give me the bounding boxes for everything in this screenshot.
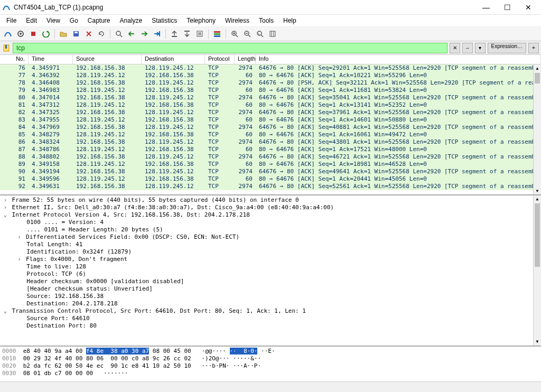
close-file-icon[interactable] bbox=[83, 28, 95, 40]
packet-row[interactable]: 814.347312128.119.245.12192.168.156.38TC… bbox=[0, 101, 541, 109]
detail-line[interactable]: [Header checksum status: Unverified] bbox=[2, 285, 539, 293]
col-header-length[interactable]: Length bbox=[235, 55, 256, 64]
scroll-thumb[interactable] bbox=[535, 203, 540, 267]
go-forward-icon[interactable] bbox=[138, 28, 150, 40]
detail-line[interactable]: Header checksum: 0x0000 [validation disa… bbox=[2, 278, 539, 285]
col-header-no[interactable]: No. bbox=[0, 55, 29, 64]
packet-row[interactable]: 884.348802192.168.156.38128.119.245.12TC… bbox=[0, 153, 541, 161]
menu-file[interactable]: File bbox=[2, 16, 21, 25]
filter-expression-button[interactable]: Expression… bbox=[488, 43, 526, 53]
packet-row[interactable]: 874.348786128.119.245.12192.168.156.38TC… bbox=[0, 146, 541, 153]
packet-row[interactable]: 854.348279128.119.245.12192.168.156.38TC… bbox=[0, 131, 541, 138]
detail-line[interactable]: › Differentiated Services Field: 0x00 (D… bbox=[2, 234, 539, 241]
packet-row[interactable]: 824.347325192.168.156.38128.119.245.12TC… bbox=[0, 109, 541, 116]
detail-line[interactable]: › Flags: 0x4000, Don't fragment bbox=[2, 256, 539, 263]
col-header-time[interactable]: Time bbox=[29, 55, 73, 64]
auto-scroll-icon[interactable] bbox=[194, 28, 206, 40]
menu-telephony[interactable]: Telephony bbox=[182, 16, 220, 25]
zoom-out-icon[interactable] bbox=[241, 28, 253, 40]
packet-row[interactable]: 774.346392128.119.245.12192.168.156.38TC… bbox=[0, 72, 541, 79]
hex-line[interactable]: 0030 08 01 db c7 00 00 00 ······· bbox=[2, 370, 539, 377]
col-header-source[interactable]: Source bbox=[73, 55, 142, 64]
go-back-icon[interactable] bbox=[126, 28, 137, 40]
details-scrollbar[interactable]: ▲ ▼ bbox=[533, 195, 541, 346]
expander-icon[interactable]: › bbox=[16, 234, 23, 241]
menu-edit[interactable]: Edit bbox=[22, 16, 41, 25]
open-file-icon[interactable] bbox=[58, 28, 69, 40]
menu-view[interactable]: View bbox=[42, 16, 64, 25]
packet-row[interactable]: 894.349158128.119.245.12192.168.156.38TC… bbox=[0, 161, 541, 168]
packet-bytes-pane[interactable]: 0000 e8 40 40 9a a4 00 f4 8e 38 a0 30 a7… bbox=[0, 347, 541, 381]
packet-row[interactable]: 804.347014192.168.156.38128.119.245.12TC… bbox=[0, 94, 541, 101]
expander-icon[interactable]: ⌄ bbox=[2, 307, 8, 315]
detail-line[interactable]: Time to live: 128 bbox=[2, 263, 539, 270]
expander-icon[interactable]: ⌄ bbox=[2, 211, 8, 219]
menu-wireless[interactable]: Wireless bbox=[221, 16, 254, 25]
go-to-packet-icon[interactable] bbox=[151, 28, 163, 40]
hex-line[interactable]: 0020 b2 da fc 62 00 50 4e ec 90 1c e8 41… bbox=[2, 362, 539, 370]
packet-details-pane[interactable]: › Frame 52: 55 bytes on wire (440 bits),… bbox=[0, 195, 541, 347]
packet-list-header[interactable]: No. Time Source Destination Protocol Len… bbox=[0, 55, 541, 64]
expander-icon[interactable]: › bbox=[2, 197, 8, 204]
zoom-in-icon[interactable] bbox=[229, 28, 240, 40]
detail-line[interactable]: 0100 .... = Version: 4 bbox=[2, 219, 539, 226]
expander-icon[interactable]: › bbox=[16, 256, 23, 263]
hex-line[interactable]: 0010 00 29 32 4f 40 00 80 06 00 00 c0 a8… bbox=[2, 355, 539, 362]
packet-list-scrollbar[interactable]: ▲ ▼ bbox=[533, 64, 541, 194]
packet-list-body[interactable]: 764.345971192.168.156.38128.119.245.12TC… bbox=[0, 64, 541, 194]
detail-line[interactable]: ⌄ Internet Protocol Version 4, Src: 192.… bbox=[2, 211, 539, 219]
save-file-icon[interactable] bbox=[70, 28, 82, 40]
menu-go[interactable]: Go bbox=[66, 16, 82, 25]
packet-row[interactable]: 784.346408192.168.156.38128.119.245.12TC… bbox=[0, 79, 541, 87]
menu-statistics[interactable]: Statistics bbox=[147, 16, 181, 25]
hex-line[interactable]: 0000 e8 40 40 9a a4 00 f4 8e 38 a0 30 a7… bbox=[2, 348, 539, 355]
resize-columns-icon[interactable] bbox=[267, 28, 278, 40]
go-first-icon[interactable] bbox=[169, 28, 180, 40]
reload-icon[interactable] bbox=[96, 28, 107, 40]
detail-line[interactable]: Destination: 204.2.178.218 bbox=[2, 300, 539, 307]
scroll-down-icon[interactable]: ▼ bbox=[534, 338, 541, 346]
scroll-down-icon[interactable]: ▼ bbox=[534, 187, 541, 194]
packet-row[interactable]: 764.345971192.168.156.38128.119.245.12TC… bbox=[0, 64, 541, 72]
detail-line[interactable]: Identification: 0x324f (12879) bbox=[2, 248, 539, 256]
detail-line[interactable]: ⌄ Transmission Control Protocol, Src Por… bbox=[2, 307, 539, 315]
filter-dropdown-button[interactable]: ▾ bbox=[475, 43, 486, 53]
packet-row[interactable]: 914.349596128.119.245.12192.168.156.38TC… bbox=[0, 175, 541, 183]
packet-row[interactable]: 924.349631192.168.156.38128.119.245.12TC… bbox=[0, 183, 541, 190]
col-header-protocol[interactable]: Protocol bbox=[205, 55, 235, 64]
filter-clear-button[interactable]: ✕ bbox=[450, 43, 460, 53]
packet-row[interactable]: 834.347955128.119.245.12192.168.156.38TC… bbox=[0, 116, 541, 124]
detail-line[interactable]: Total Length: 41 bbox=[2, 241, 539, 248]
menu-analyze[interactable]: Analyze bbox=[116, 16, 147, 25]
detail-line[interactable]: › Ethernet II, Src: Dell_a0:30:a7 (f4:8e… bbox=[2, 204, 539, 211]
scroll-thumb[interactable] bbox=[535, 73, 540, 83]
packet-row[interactable]: 904.349194192.168.156.38128.119.245.12TC… bbox=[0, 168, 541, 175]
colorize-icon[interactable] bbox=[211, 28, 223, 40]
display-filter-input[interactable] bbox=[13, 43, 447, 53]
menu-capture[interactable]: Capture bbox=[83, 16, 115, 25]
col-header-destination[interactable]: Destination bbox=[142, 55, 205, 64]
minimize-button[interactable]: — bbox=[475, 1, 497, 14]
packet-row[interactable]: 844.347969192.168.156.38128.119.245.12TC… bbox=[0, 124, 541, 131]
detail-line[interactable]: .... 0101 = Header Length: 20 bytes (5) bbox=[2, 226, 539, 234]
close-button[interactable]: ✕ bbox=[518, 1, 539, 14]
options-icon[interactable] bbox=[40, 28, 52, 40]
filter-apply-button[interactable]: → bbox=[462, 43, 473, 53]
menu-help[interactable]: Help bbox=[279, 16, 301, 25]
expander-icon[interactable]: › bbox=[2, 204, 8, 211]
scroll-up-icon[interactable]: ▲ bbox=[534, 195, 541, 203]
col-header-info[interactable]: Info bbox=[256, 55, 541, 64]
detail-line[interactable]: Protocol: TCP (6) bbox=[2, 270, 539, 278]
scroll-up-icon[interactable]: ▲ bbox=[534, 64, 541, 72]
find-icon[interactable] bbox=[113, 28, 125, 40]
go-last-icon[interactable] bbox=[181, 28, 193, 40]
detail-line[interactable]: Source: 192.168.156.38 bbox=[2, 293, 539, 300]
stop-capture-icon[interactable] bbox=[15, 28, 26, 40]
detail-line[interactable]: › Frame 52: 55 bytes on wire (440 bits),… bbox=[2, 197, 539, 204]
filter-add-button[interactable]: + bbox=[528, 43, 539, 53]
detail-line[interactable]: Destination Port: 80 bbox=[2, 322, 539, 330]
bookmark-filter-icon[interactable] bbox=[2, 44, 11, 52]
start-capture-icon[interactable] bbox=[2, 28, 14, 40]
packet-row[interactable]: 794.346983128.119.245.12192.168.156.38TC… bbox=[0, 87, 541, 94]
restart-capture-icon[interactable] bbox=[27, 28, 39, 40]
